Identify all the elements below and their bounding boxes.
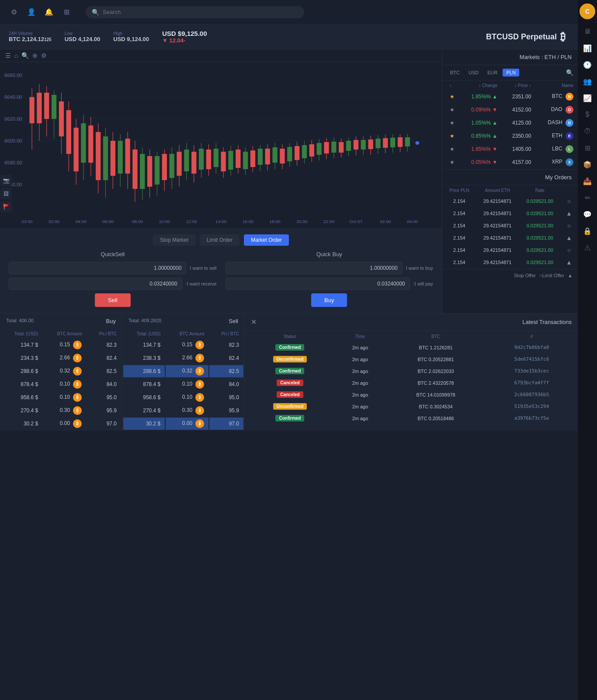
sell-receive-input[interactable] (9, 278, 182, 290)
comment-icon[interactable]: 💬 (580, 206, 595, 222)
sell-book-header: Total: 409.2820 Sell (122, 313, 244, 329)
buy-button[interactable]: Buy (311, 293, 347, 307)
buy-row[interactable]: 270.4 $ 0.30 ₿ 95.9 (1, 404, 121, 417)
sell-qty-field: I want to sell (9, 262, 217, 274)
toolbar-menu-icon[interactable]: ☰ (5, 52, 11, 59)
svg-rect-132 (405, 137, 410, 146)
usd-tab[interactable]: USD (465, 69, 482, 77)
alert-icon[interactable]: ⚠ (580, 240, 595, 255)
bar-chart-icon[interactable]: 📊 (580, 40, 595, 56)
order-action-btn[interactable]: ▲ (566, 259, 572, 266)
tx-btc: BTC 1.2126281 (386, 342, 486, 353)
star-icon[interactable]: ★ (450, 120, 455, 126)
toolbar-search-icon[interactable]: 🔍 (21, 52, 29, 59)
lt-close-icon[interactable]: ✕ (251, 318, 257, 326)
stop-market-tab[interactable]: Stop Market (153, 234, 195, 246)
market-row[interactable]: ★ 0.05%% ▼ 4157.00 XRP X (443, 156, 577, 168)
buy-row[interactable]: 958.6 $ 0.10 ₿ 95.0 (1, 391, 121, 404)
buy-row[interactable]: 30.2 $ 0.00 ₿ 97.0 (1, 418, 121, 430)
flag-icon[interactable]: 🚩 (0, 201, 12, 212)
market-row[interactable]: ★ 1.05%% ▲ 4125.00 DASH D (443, 117, 577, 129)
buy-row[interactable]: 288.6 $ 0.32 ₿ 82.5 (1, 365, 121, 377)
toolbar-home-icon[interactable]: ⌂ (14, 52, 18, 59)
clock-icon[interactable]: 🕐 (580, 57, 595, 73)
star-icon[interactable]: ★ (450, 94, 455, 100)
eur-tab[interactable]: EUR (484, 69, 501, 77)
sell-button[interactable]: Sell (95, 293, 131, 307)
buy-row[interactable]: 878.4 $ 0.10 ₿ 84.0 (1, 378, 121, 390)
camera-icon[interactable]: 📷 (0, 175, 12, 186)
star-icon[interactable]: ★ (450, 133, 455, 139)
order-action-btn[interactable]: ○ (567, 198, 571, 205)
market-row[interactable]: ★ 0.85%% ▲ 2350.00 ETH E (443, 130, 577, 142)
sell-qty-input[interactable] (9, 262, 186, 274)
inbox-icon[interactable]: 📥 (580, 173, 595, 189)
order-amount: 29.42154871 (476, 244, 519, 256)
bell-icon[interactable]: 🔔 (42, 5, 56, 19)
btc-icon: ₿ (73, 341, 82, 349)
footer-arrow-icon: ▲ (568, 273, 573, 278)
buy-row[interactable]: 234.3 $ 2.66 ₿ 82.4 (1, 352, 121, 364)
svg-rect-62 (147, 156, 152, 187)
order-amount: 29.42154871 (476, 195, 519, 207)
sell-total-cell: 238.3 $ (123, 352, 165, 364)
order-action-btn[interactable]: ○ (567, 222, 571, 229)
market-row[interactable]: ★ 1.85%% ▲ 2351.00 BTC B (443, 91, 577, 103)
tx-btc: BTC 2.43220578 (386, 377, 486, 388)
market-search-icon[interactable]: 🔍 (566, 69, 573, 76)
sell-row[interactable]: 958.6 $ 0.10 ₿ 95.0 (123, 391, 243, 404)
buy-pay-input[interactable] (226, 278, 410, 290)
image-icon[interactable]: 🖼 (0, 188, 12, 199)
name-cell: ETH E (535, 130, 577, 142)
order-price: 2.154 (443, 257, 476, 268)
order-price: 2.154 (443, 244, 476, 256)
quicksell-col: QuickSell I want to sell :I want receive… (9, 251, 217, 307)
star-icon[interactable]: ★ (450, 146, 455, 152)
user-icon[interactable]: 👤 (24, 5, 38, 19)
order-action-btn[interactable]: ▲ (566, 210, 572, 217)
order-rate: 0.029521.00 (520, 232, 560, 244)
order-price: 2.154 (443, 232, 476, 244)
sell-row[interactable]: 30.2 $ 0.00 ₿ 97.0 (123, 418, 243, 430)
high-stat: High USD 9,124.00 (113, 31, 149, 42)
monitor-icon[interactable]: 🖥 (580, 24, 595, 39)
limit-order-tab[interactable]: Limit Order (200, 234, 239, 246)
order-action-btn[interactable]: ○ (567, 247, 571, 254)
market-order-tab[interactable]: Market Order (244, 234, 289, 246)
svg-text:16:00: 16:00 (243, 219, 253, 224)
order-rate: 0.029521.00 (520, 244, 560, 256)
box-icon[interactable]: 📦 (580, 157, 595, 172)
col-price: ↕ Price ↑ (502, 81, 535, 90)
chart-icon[interactable]: 📈 (580, 90, 595, 106)
star-icon[interactable]: ★ (450, 107, 455, 113)
sell-amount-cell: 0.32 ₿ (166, 365, 208, 377)
sell-row[interactable]: 134.7 $ 0.15 ₿ 82.3 (123, 339, 243, 351)
edit-icon[interactable]: ✏ (580, 190, 595, 205)
toolbar-zoom-icon[interactable]: ⊕ (32, 52, 38, 59)
btc-icon: ₿ (195, 341, 204, 349)
dollar-icon[interactable]: $ (580, 107, 595, 122)
svg-rect-94 (265, 149, 270, 164)
sell-row[interactable]: 288.6 $ 0.32 ₿ 82.5 (123, 365, 243, 377)
gear-icon[interactable]: ⚙ (7, 5, 21, 19)
btc-tab[interactable]: BTC (447, 69, 463, 77)
pln-tab[interactable]: PLN (503, 69, 519, 77)
clock2-icon[interactable]: ⏱ (580, 123, 595, 139)
market-row[interactable]: ★ 1.85%% ▼ 1405.00 LBC L (443, 143, 577, 155)
market-row[interactable]: ★ 0.09%% ▼ 4152.00 DAO D (443, 104, 577, 116)
search-input[interactable] (103, 9, 298, 15)
sell-row[interactable]: 238.3 $ 2.66 ₿ 82.4 (123, 352, 243, 364)
buy-qty-input[interactable] (226, 262, 403, 274)
users-icon[interactable]: 👥 (580, 73, 595, 89)
logo-badge[interactable]: C (580, 3, 595, 19)
buy-row[interactable]: 134.7 $ 0.15 ₿ 82.3 (1, 339, 121, 351)
lt-title: Latest Transactions (522, 319, 572, 325)
order-action-btn[interactable]: ▲ (566, 234, 572, 241)
sell-row[interactable]: 878.4 $ 0.10 ₿ 84.0 (123, 378, 243, 390)
grid-icon[interactable]: ⊞ (580, 140, 595, 156)
star-icon[interactable]: ★ (450, 159, 455, 165)
lock-icon[interactable]: 🔒 (580, 223, 595, 239)
sell-row[interactable]: 270.4 $ 0.30 ₿ 95.9 (123, 404, 243, 417)
toolbar-settings-icon[interactable]: ⚙ (41, 52, 47, 59)
expand-icon[interactable]: ⊞ (59, 5, 73, 19)
